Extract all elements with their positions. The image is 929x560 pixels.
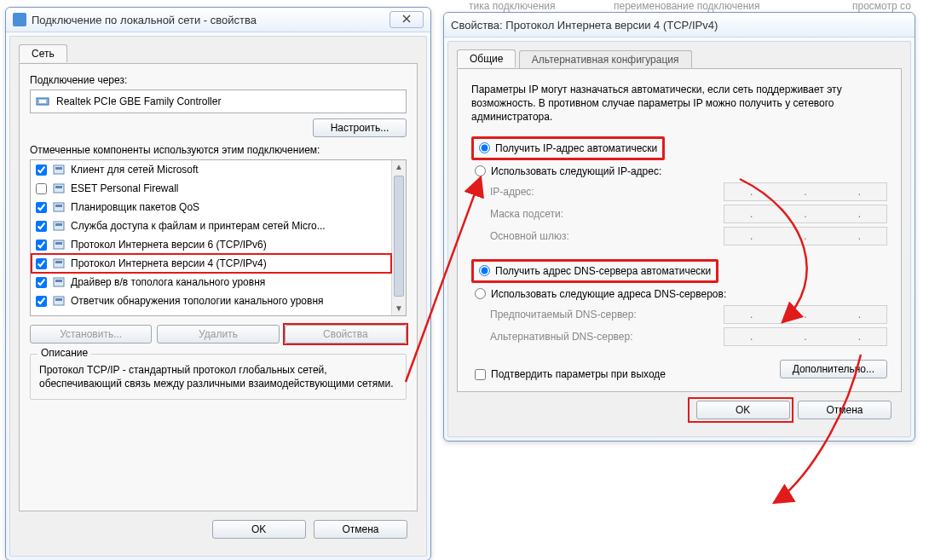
cancel-button[interactable]: Отмена: [314, 520, 407, 539]
components-listbox[interactable]: Клиент для сетей MicrosoftESET Personal …: [30, 159, 407, 316]
list-item[interactable]: Ответчик обнаружения топологии канальног…: [31, 292, 406, 310]
list-item[interactable]: Служба доступа к файлам и принтерам сете…: [31, 216, 406, 235]
advanced-button[interactable]: Дополнительно...: [780, 360, 887, 378]
component-checkbox[interactable]: [36, 277, 47, 288]
component-label: Планировщик пакетов QoS: [71, 201, 199, 213]
svg-rect-11: [55, 223, 62, 226]
component-checkbox[interactable]: [36, 240, 47, 251]
radio-manual-ip[interactable]: Использовать следующий IP-адрес:: [471, 165, 887, 177]
scroll-thumb[interactable]: [394, 176, 404, 297]
radio-manual-ip-input[interactable]: [475, 165, 486, 176]
svg-rect-15: [55, 261, 62, 263]
component-checkbox[interactable]: [36, 296, 47, 307]
window-title: Свойства: Протокол Интернета версии 4 (T…: [451, 19, 718, 32]
svg-rect-9: [55, 205, 62, 207]
titlebar[interactable]: Подключение по локальной сети - свойства: [6, 8, 430, 32]
component-label: Служба доступа к файлам и принтерам сете…: [71, 220, 326, 232]
description-group: Описание Протокол TCP/IP - стандартный п…: [30, 354, 407, 400]
svg-rect-5: [55, 167, 62, 170]
component-icon: [52, 219, 66, 233]
radio-auto-ip-input[interactable]: [479, 142, 490, 153]
svg-rect-7: [55, 186, 62, 188]
ipv4-properties-window: Свойства: Протокол Интернета версии 4 (T…: [443, 12, 915, 442]
svg-rect-17: [55, 280, 62, 282]
component-label: Клиент для сетей Microsoft: [71, 164, 199, 176]
network-icon: [13, 13, 26, 26]
install-button[interactable]: Установить...: [30, 325, 152, 344]
component-checkbox[interactable]: [36, 183, 47, 194]
titlebar[interactable]: Свойства: Протокол Интернета версии 4 (T…: [444, 13, 915, 38]
description-text: Протокол TCP/IP - стандартный протокол г…: [39, 363, 397, 390]
component-icon: [52, 257, 66, 270]
configure-button[interactable]: Настроить...: [313, 118, 407, 137]
radio-manual-dns-input[interactable]: [475, 288, 486, 299]
list-item[interactable]: Драйвер в/в тополога канального уровня: [31, 273, 406, 292]
window-title: Подключение по локальной сети - свойства: [32, 14, 257, 26]
cancel-button[interactable]: Отмена: [798, 401, 891, 419]
adapter-icon: [36, 95, 49, 108]
dns-pref-label: Предпочитаемый DNS-сервер:: [490, 309, 724, 320]
tab-general[interactable]: Общие: [457, 49, 516, 67]
component-checkbox[interactable]: [36, 221, 47, 232]
properties-button[interactable]: Свойства: [285, 325, 407, 344]
adapter-name: Realtek PCIe GBE Family Controller: [56, 95, 221, 107]
list-item[interactable]: Протокол Интернета версии 4 (TCP/IPv4): [31, 254, 406, 273]
list-item[interactable]: ESET Personal Firewall: [31, 179, 406, 198]
dns-alt-input: ...: [724, 327, 887, 346]
ok-button[interactable]: OK: [212, 520, 306, 539]
lan-properties-window: Подключение по локальной сети - свойства…: [5, 7, 431, 560]
radio-auto-dns-input[interactable]: [479, 265, 490, 276]
components-label: Отмеченные компоненты используются этим …: [30, 144, 407, 156]
list-item[interactable]: Клиент для сетей Microsoft: [31, 160, 406, 179]
intro-text: Параметры IP могут назначаться автоматич…: [471, 83, 887, 124]
component-icon: [52, 182, 66, 195]
component-checkbox[interactable]: [36, 202, 47, 213]
gw-label: Основной шлюз:: [490, 230, 724, 242]
list-item[interactable]: Протокол Интернета версии 6 (TCP/IPv6): [31, 235, 406, 254]
component-label: Протокол Интернета версии 6 (TCP/IPv6): [71, 239, 267, 251]
ok-button[interactable]: OK: [696, 401, 790, 419]
tab-alt-config[interactable]: Альтернативная конфигурация: [519, 50, 692, 68]
mask-label: Маска подсети:: [490, 208, 724, 220]
dns-alt-label: Альтернативный DNS-сервер:: [490, 331, 724, 343]
dns-pref-input: ...: [724, 305, 887, 324]
radio-auto-ip[interactable]: Получить IP-адрес автоматически: [476, 142, 657, 154]
gw-input: ...: [724, 227, 887, 245]
description-legend: Описание: [38, 347, 91, 359]
scroll-up-icon[interactable]: ▲: [392, 160, 406, 174]
component-label: Протокол Интернета версии 4 (TCP/IPv4): [71, 257, 267, 269]
component-label: Драйвер в/в тополога канального уровня: [71, 276, 265, 288]
component-label: ESET Personal Firewall: [71, 182, 179, 194]
scroll-down-icon[interactable]: ▼: [392, 302, 406, 315]
component-label: Ответчик обнаружения топологии канальног…: [71, 295, 324, 307]
svg-rect-13: [55, 242, 62, 245]
tab-network[interactable]: Сеть: [19, 44, 67, 62]
mask-input: ...: [724, 205, 887, 223]
confirm-checkbox[interactable]: Подтвердить параметры при выходе: [471, 367, 666, 383]
ip-input: ...: [724, 182, 887, 201]
ip-label: IP-адрес:: [490, 186, 724, 198]
svg-rect-3: [39, 100, 46, 103]
component-checkbox[interactable]: [36, 165, 47, 176]
component-icon: [52, 275, 66, 289]
highlight-auto-ip: Получить IP-адрес автоматически: [471, 136, 665, 160]
close-button[interactable]: [389, 11, 424, 28]
highlight-auto-dns: Получить адрес DNS-сервера автоматически: [471, 259, 718, 283]
svg-rect-19: [55, 298, 62, 301]
list-item[interactable]: Планировщик пакетов QoS: [31, 198, 406, 216]
component-icon: [52, 238, 66, 251]
radio-manual-dns[interactable]: Использовать следующие адреса DNS-сервер…: [471, 288, 887, 300]
component-icon: [52, 163, 66, 176]
component-checkbox[interactable]: [36, 258, 47, 269]
connect-via-label: Подключение через:: [30, 74, 407, 86]
adapter-combo[interactable]: Realtek PCIe GBE Family Controller: [30, 89, 407, 113]
component-icon: [52, 200, 66, 214]
radio-auto-dns[interactable]: Получить адрес DNS-сервера автоматически: [476, 265, 711, 277]
component-icon: [52, 294, 66, 308]
remove-button[interactable]: Удалить: [157, 325, 279, 344]
scrollbar[interactable]: ▲ ▼: [391, 160, 406, 315]
confirm-checkbox-input[interactable]: [475, 369, 486, 380]
